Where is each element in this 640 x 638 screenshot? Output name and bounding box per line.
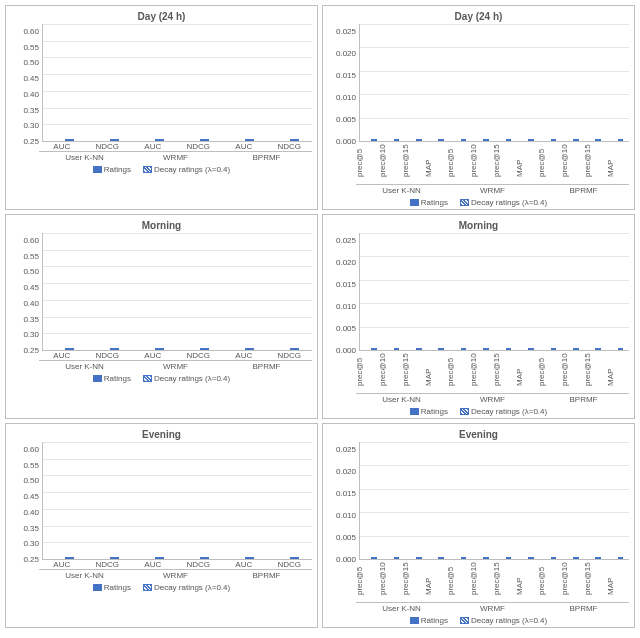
x-tick-text: prec@15 xyxy=(402,376,425,386)
bar-group xyxy=(450,348,472,350)
x-tick-label: NDCG xyxy=(176,142,222,151)
y-tick-label: 0.020 xyxy=(328,259,356,267)
legend-swatch-hatched xyxy=(460,199,469,206)
chart-panel: Day (24 h)0.0250.0200.0150.0100.0050.000… xyxy=(322,5,635,210)
bar-group xyxy=(450,139,472,141)
chart-title: Day (24 h) xyxy=(328,11,629,22)
x-tick-label: prec@15 xyxy=(584,351,607,393)
model-group-label: BPRMF xyxy=(221,360,312,371)
bar-group xyxy=(584,557,606,559)
legend-item-decay: Decay ratings (λ=0.4) xyxy=(460,616,547,625)
model-group-labels: User K-NNWRMFBPRMF xyxy=(39,569,312,580)
legend-swatch-hatched xyxy=(460,408,469,415)
x-tick-text: MAP xyxy=(606,376,629,386)
x-tick-text: prec@5 xyxy=(356,376,379,386)
x-tick-label: AUC xyxy=(39,560,85,569)
model-group-labels: User K-NNWRMFBPRMF xyxy=(356,184,629,195)
bar-decay xyxy=(618,557,624,559)
bar-decay xyxy=(461,139,467,141)
x-tick-label: prec@15 xyxy=(584,560,607,602)
x-tick-label: AUC xyxy=(221,560,267,569)
y-tick-label: 0.010 xyxy=(328,512,356,520)
y-axis: 0.600.550.500.450.400.350.300.25 xyxy=(11,442,42,560)
y-tick-label: 0.40 xyxy=(11,300,39,308)
bar-decay xyxy=(416,139,422,141)
y-tick-label: 0.25 xyxy=(11,138,39,146)
x-tick-text: prec@5 xyxy=(447,585,470,595)
bar-group xyxy=(222,348,267,350)
legend-swatch-hatched xyxy=(143,375,152,382)
x-tick-label: prec@15 xyxy=(584,142,607,184)
bar-decay xyxy=(155,557,164,559)
x-tick-label: AUC xyxy=(39,142,85,151)
legend-text: Decay ratings (λ=0.4) xyxy=(471,616,547,625)
legend-swatch-solid xyxy=(410,408,419,415)
bar-group xyxy=(43,557,88,559)
x-tick-label: prec@5 xyxy=(356,142,379,184)
x-tick-text: prec@10 xyxy=(470,585,493,595)
row-3: Evening0.600.550.500.450.400.350.300.25A… xyxy=(5,423,635,628)
bar-group xyxy=(267,139,312,141)
y-tick-label: 0.60 xyxy=(11,237,39,245)
x-tick-text: prec@15 xyxy=(402,585,425,595)
chart-title: Morning xyxy=(11,220,312,231)
bar-group xyxy=(43,139,88,141)
bar-group xyxy=(133,348,178,350)
x-tick-text: MAP xyxy=(515,585,538,595)
bar-decay xyxy=(528,557,534,559)
x-tick-text: prec@15 xyxy=(584,167,607,177)
x-tick-label: MAP xyxy=(515,560,538,602)
bar-decay xyxy=(438,348,444,350)
x-tick-label: MAP xyxy=(606,560,629,602)
bar-decay xyxy=(595,348,601,350)
x-tick-text: MAP xyxy=(424,167,447,177)
bars-area xyxy=(42,24,312,142)
x-tick-label: prec@10 xyxy=(379,560,402,602)
y-tick-label: 0.000 xyxy=(328,556,356,564)
bar-group xyxy=(517,557,539,559)
y-axis: 0.0250.0200.0150.0100.0050.000 xyxy=(328,24,359,142)
bar-decay xyxy=(595,139,601,141)
x-tick-label: prec@5 xyxy=(538,560,561,602)
x-tick-text: NDCG xyxy=(95,142,119,151)
legend-item-ratings: Ratings xyxy=(93,374,131,383)
model-group-label: User K-NN xyxy=(39,151,130,162)
x-tick-label: prec@15 xyxy=(402,351,425,393)
chart-panel: Evening0.0250.0200.0150.0100.0050.000pre… xyxy=(322,423,635,628)
x-tick-text: MAP xyxy=(606,167,629,177)
legend: RatingsDecay ratings (λ=0.4) xyxy=(328,616,629,625)
bar-decay xyxy=(528,139,534,141)
model-group-label: User K-NN xyxy=(39,569,130,580)
y-tick-label: 0.50 xyxy=(11,59,39,67)
x-tick-text: MAP xyxy=(424,585,447,595)
figure: Day (24 h)0.600.550.500.450.400.350.300.… xyxy=(0,0,640,637)
x-tick-label: prec@15 xyxy=(493,560,516,602)
x-tick-label: AUC xyxy=(130,560,176,569)
legend-text: Ratings xyxy=(421,616,448,625)
bar-group xyxy=(405,139,427,141)
chart-panel: Evening0.600.550.500.450.400.350.300.25A… xyxy=(5,423,318,628)
bar-group xyxy=(450,557,472,559)
y-tick-label: 0.015 xyxy=(328,281,356,289)
bar-group xyxy=(360,348,382,350)
y-tick-label: 0.45 xyxy=(11,284,39,292)
bar-decay xyxy=(506,557,512,559)
bar-decay xyxy=(200,139,209,141)
x-tick-label: AUC xyxy=(221,351,267,360)
bar-decay xyxy=(290,557,299,559)
x-tick-text: prec@10 xyxy=(561,376,584,386)
legend: RatingsDecay ratings (λ=0.4) xyxy=(11,374,312,383)
model-group-label: User K-NN xyxy=(356,602,447,613)
x-labels: AUCNDCGAUCNDCGAUCNDCG xyxy=(39,142,312,151)
bar-group xyxy=(133,557,178,559)
legend-item-decay: Decay ratings (λ=0.4) xyxy=(143,374,230,383)
bar-group xyxy=(427,348,449,350)
model-group-label: WRMF xyxy=(447,393,538,404)
bar-group xyxy=(539,557,561,559)
x-tick-label: prec@15 xyxy=(493,351,516,393)
bar-decay xyxy=(65,139,74,141)
legend-swatch-hatched xyxy=(460,617,469,624)
bar-group xyxy=(360,139,382,141)
bar-group xyxy=(607,557,629,559)
y-tick-label: 0.25 xyxy=(11,556,39,564)
